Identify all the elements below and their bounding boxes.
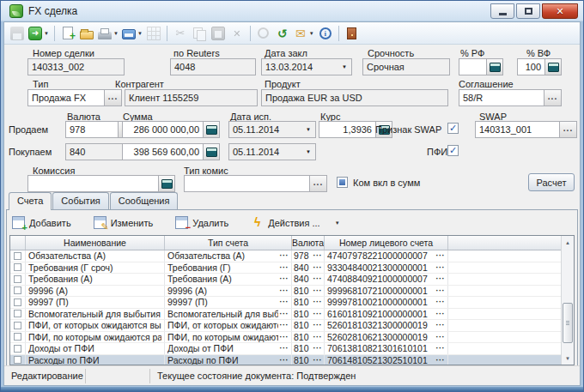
table-row[interactable]: Требования (А)Требования (А)···840···474…	[10, 274, 574, 286]
edit-row-button[interactable]: ✎Изменить	[94, 216, 154, 229]
exit-button[interactable]	[343, 24, 362, 43]
cell-more-icon[interactable]: ···	[435, 332, 446, 342]
cell-more-icon[interactable]: ···	[278, 274, 289, 284]
pct-rf-calc-button[interactable]	[486, 59, 502, 75]
cell-more-icon[interactable]: ···	[435, 343, 446, 353]
table-row[interactable]: Вспомогательный для выбытия ПФВспомогате…	[10, 309, 574, 321]
add-row-button[interactable]: +Добавить	[12, 216, 71, 229]
cell-more-icon[interactable]: ···	[312, 250, 323, 261]
pct-vf-calc-button[interactable]	[544, 59, 561, 75]
table-row[interactable]: 99997 (П)99997 (П)···810···9999781002100…	[10, 297, 574, 309]
cell-more-icon[interactable]: ···	[278, 262, 289, 273]
table-row[interactable]: ПФИ, по которым ожидаются расхоПФИ, по к…	[10, 332, 574, 344]
sell-amount-field[interactable]: 286 000 000,00	[122, 121, 220, 138]
mail-button[interactable]: ✉▼	[292, 24, 316, 43]
export-button[interactable]: ▼	[120, 24, 144, 43]
commission-type-lookup-button[interactable]: ...	[309, 176, 326, 191]
type-field[interactable]: Продажа FX ...	[27, 89, 122, 106]
row-checkbox[interactable]	[14, 322, 21, 329]
counterparty-field[interactable]: Клиент 1155259	[125, 89, 258, 106]
scroll-up-icon[interactable]: ▲	[562, 236, 574, 249]
cell-more-icon[interactable]: ···	[435, 250, 446, 261]
commission-type-field[interactable]: ...	[184, 175, 327, 192]
column-header-name[interactable]: Наименование	[26, 236, 165, 250]
table-row[interactable]: ПФИ, от которых ожидаются выгодПФИ, от к…	[10, 320, 574, 332]
tab-Сообщения[interactable]: Сообщения	[110, 192, 179, 209]
cell-more-icon[interactable]: ···	[278, 320, 289, 330]
row-checkbox[interactable]	[14, 286, 21, 294]
tab-Счета[interactable]: Счета	[9, 192, 52, 210]
pfi-checkbox[interactable]: ✓	[447, 145, 459, 156]
swap-number-field[interactable]: 140313_001 ...	[475, 121, 577, 138]
history-button[interactable]: ↺	[273, 24, 292, 43]
dropdown-caret-icon[interactable]: ▼	[113, 31, 119, 36]
product-field[interactable]: Продажа EUR за USD	[261, 89, 448, 106]
cell-more-icon[interactable]: ···	[278, 332, 289, 342]
table-row[interactable]: 99996 (А)99996 (А)···810···9999681072100…	[10, 286, 574, 298]
close-button[interactable]: ✕	[542, 3, 578, 19]
new-document-button[interactable]	[58, 24, 77, 43]
cell-more-icon[interactable]: ···	[312, 355, 323, 365]
buy-date-dropdown-icon[interactable]: ▼	[301, 144, 315, 160]
cell-more-icon[interactable]: ···	[278, 297, 289, 307]
pct-rf-field[interactable]	[459, 58, 503, 75]
cell-more-icon[interactable]: ···	[278, 355, 289, 365]
cell-more-icon[interactable]: ···	[278, 250, 289, 261]
dropdown-caret-icon[interactable]: ▼	[137, 31, 143, 36]
column-header-account[interactable]: Номер лицевого счета	[325, 236, 448, 250]
deal-date-dropdown-icon[interactable]: ▼	[338, 59, 351, 75]
swap-lookup-button[interactable]: ...	[559, 122, 576, 137]
print-button[interactable]: ▼	[96, 24, 120, 43]
cell-more-icon[interactable]: ···	[278, 343, 289, 353]
calculate-button[interactable]: Расчет	[528, 173, 575, 191]
cell-more-icon[interactable]: ···	[312, 274, 323, 284]
minimize-button[interactable]	[490, 3, 514, 19]
actions-row-button[interactable]: ϟДействия ...▼	[251, 216, 339, 229]
deal-date-field[interactable]: 13.03.2014 ▼	[261, 58, 352, 75]
actions-caret-icon[interactable]: ▼	[335, 220, 340, 226]
cell-more-icon[interactable]: ···	[312, 286, 323, 296]
row-checkbox[interactable]	[14, 299, 21, 306]
commission-calc-button[interactable]	[158, 176, 174, 191]
cell-more-icon[interactable]: ···	[435, 286, 446, 296]
type-lookup-button[interactable]: ...	[104, 90, 121, 106]
row-checkbox[interactable]	[14, 310, 21, 317]
buy-amount-calc-button[interactable]	[203, 144, 219, 160]
cell-more-icon[interactable]: ···	[312, 332, 323, 342]
swap-flag-checkbox[interactable]: ✓	[447, 123, 459, 134]
cell-more-icon[interactable]: ···	[278, 309, 289, 319]
vertical-scrollbar[interactable]: ▲ ▼	[561, 236, 574, 365]
cell-more-icon[interactable]: ···	[312, 320, 323, 330]
pct-vf-field[interactable]: 100	[517, 58, 562, 75]
dropdown-caret-icon[interactable]: ▼	[309, 31, 314, 36]
urgency-field[interactable]: Срочная	[362, 58, 450, 75]
sell-date-dropdown-icon[interactable]: ▼	[301, 122, 315, 137]
table-row[interactable]: Расходы по ПФИРасходы по ПФИ···810···706…	[10, 355, 574, 366]
deal-number-field[interactable]: 140313_002	[27, 58, 125, 75]
commission-field[interactable]	[27, 175, 175, 192]
cell-more-icon[interactable]: ···	[435, 297, 446, 307]
open-folder-button[interactable]	[77, 24, 96, 43]
tab-События[interactable]: События	[52, 192, 108, 209]
row-checkbox[interactable]	[14, 333, 21, 341]
cell-more-icon[interactable]: ···	[312, 297, 323, 307]
cell-more-icon[interactable]: ···	[312, 262, 323, 273]
sell-date-field[interactable]: 05.11.2014 ▼	[228, 121, 316, 138]
delete-row-button[interactable]: −Удалить	[175, 216, 228, 229]
scrollbar-thumb[interactable]	[563, 303, 573, 343]
commission-included-checkbox[interactable]	[337, 177, 348, 188]
scroll-down-icon[interactable]: ▼	[562, 352, 574, 365]
cell-more-icon[interactable]: ···	[278, 286, 289, 296]
cell-more-icon[interactable]: ···	[435, 262, 446, 273]
column-header-currency[interactable]: Валюта	[292, 236, 325, 250]
cell-more-icon[interactable]: ···	[435, 309, 446, 319]
agreement-field[interactable]: 58/R ...	[459, 89, 562, 106]
buy-date-field[interactable]: 05.11.2014 ▼	[228, 143, 316, 160]
row-checkbox[interactable]	[14, 275, 21, 283]
dropdown-caret-icon[interactable]: ▼	[44, 31, 49, 36]
reuters-field[interactable]: 4048	[170, 58, 256, 75]
cell-more-icon[interactable]: ···	[312, 309, 323, 319]
table-row[interactable]: Обязательства (А)Обязательства (А)···978…	[10, 250, 574, 262]
row-checkbox[interactable]	[14, 263, 21, 271]
row-checkbox[interactable]	[14, 345, 21, 353]
